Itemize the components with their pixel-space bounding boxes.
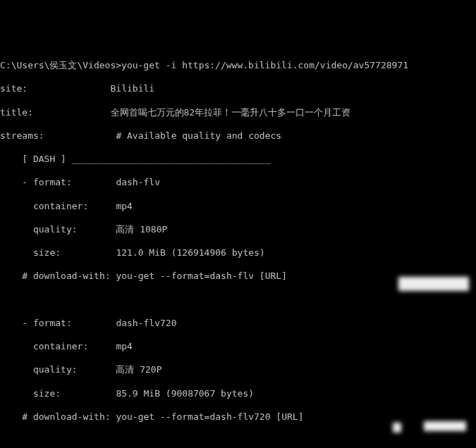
redacted-region [424, 421, 466, 431]
blank [0, 294, 476, 306]
f1-format: - format: dash-flv [0, 177, 476, 189]
f1-container: container: mp4 [0, 201, 476, 213]
redacted-region [398, 277, 469, 291]
title-line: title: 全网首喝七万元的82年拉菲！一毫升八十多一口一个月工资 [0, 107, 476, 119]
f1-quality: quality: 高清 1080P [0, 224, 476, 236]
dash-header: [ DASH ] _______________________________… [0, 154, 476, 166]
f2-quality: quality: 高清 720P [0, 364, 476, 376]
site-line: site: Bilibili [0, 83, 476, 95]
f2-format: - format: dash-flv720 [0, 318, 476, 330]
f1-size: size: 121.0 MiB (126914906 bytes) [0, 247, 476, 259]
terminal-output[interactable]: C:\Users\侯玉文\Videos>you-get -i https://w… [0, 49, 476, 449]
redacted-region [393, 423, 401, 433]
prompt: C:\Users\侯玉文\Videos> [0, 60, 121, 70]
blank [0, 435, 476, 447]
streams-line: streams: # Available quality and codecs [0, 130, 476, 142]
command-text: you-get -i https://www.bilibili.com/vide… [121, 60, 408, 70]
f2-size: size: 85.9 MiB (90087067 bytes) [0, 388, 476, 400]
command-line-1: C:\Users\侯玉文\Videos>you-get -i https://w… [0, 60, 476, 72]
f2-download: # download-with: you-get --format=dash-f… [0, 411, 476, 423]
f2-container: container: mp4 [0, 341, 476, 353]
